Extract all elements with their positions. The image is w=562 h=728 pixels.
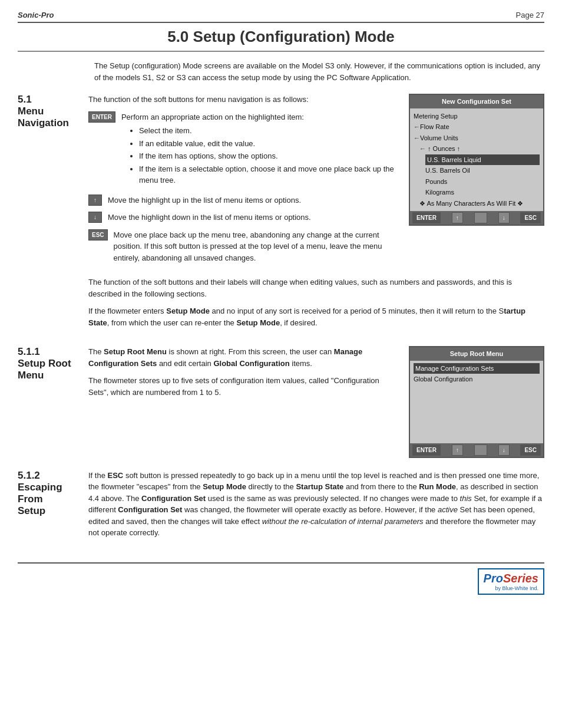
logo-series: Series: [503, 572, 538, 585]
intro-text: The Setup (configuration) Mode screens a…: [94, 60, 544, 83]
setup-section-body: The Setup Root Menu is shown at right. F…: [88, 346, 544, 458]
config-panel-title: New Configuration Set: [410, 95, 543, 108]
setup-root-para2: The flowmeter stores up to five sets of …: [88, 375, 397, 398]
intro-paragraph: The Setup (configuration) Mode screens a…: [94, 60, 544, 83]
device-panel-config: New Configuration Set Metering Setup ←Fl…: [409, 94, 544, 226]
main-title: 5.0 Setup (Configuration) Mode: [18, 28, 544, 52]
menu-item-pounds: Pounds: [425, 176, 540, 187]
setup-soft-btn-up[interactable]: ↑: [452, 444, 463, 456]
section-51-title: MenuNavigation: [18, 106, 82, 130]
soft-buttons-para: The function of the soft buttons and the…: [88, 276, 544, 299]
section-51: 5.1 MenuNavigation The function of the s…: [18, 94, 544, 334]
section-51-body: The function of the soft buttons for men…: [88, 94, 544, 334]
setup-root-bold1: Setup Root Menu: [104, 347, 167, 356]
menu-item-volunits: ←Volume Units: [414, 133, 540, 144]
setup-soft-btn-down[interactable]: ↓: [498, 444, 510, 456]
section-512-title: Escaping FromSetup: [18, 482, 82, 518]
soft-btn-esc[interactable]: ESC: [520, 212, 541, 223]
setup-soft-btn-enter[interactable]: ENTER: [412, 444, 441, 456]
page-wrapper: Sonic-Pro Page 27 5.0 Setup (Configurati…: [0, 0, 562, 612]
page-footer: ProSeries by Blue-White Ind.: [18, 562, 544, 595]
menu-item-manage-config: Manage Configuration Sets: [414, 363, 540, 374]
setup-soft-btn-empty: [474, 444, 487, 456]
section-511-label: 5.1.1 Setup RootMenu: [18, 346, 88, 458]
soft-btn-enter[interactable]: ENTER: [412, 212, 441, 223]
startup-state-bold: Startup State: [296, 482, 343, 491]
up-arrow-key: ↑: [88, 195, 102, 206]
section-512-body: If the ESC soft button is pressed repeat…: [88, 470, 544, 545]
logo-pro: Pro: [484, 572, 503, 585]
brand-name: Sonic-Pro: [18, 11, 54, 19]
soft-btn-up[interactable]: ↑: [452, 212, 463, 223]
setup-panel-title: Setup Root Menu: [410, 347, 543, 361]
page-number: Page 27: [516, 11, 544, 19]
page-header: Sonic-Pro Page 27: [18, 11, 544, 23]
nav-section-body: The function of the soft buttons for men…: [88, 94, 544, 269]
section-511: 5.1.1 Setup RootMenu The Setup Root Menu…: [18, 346, 544, 458]
menu-item-ounces: ← ↑ Ounces ↑: [419, 143, 540, 154]
esc-bold: ESC: [108, 471, 124, 480]
down-arrow-action: ↓ Move the highlight down in the list of…: [88, 212, 397, 223]
this-italic: this: [460, 494, 472, 503]
setup-mode-para: If the flowmeter enters Setup Mode and n…: [88, 305, 544, 328]
setup-panel-content: Manage Configuration Sets Global Configu…: [410, 361, 543, 443]
enter-key-action: ENTER Perform an appropriate action on t…: [88, 111, 397, 189]
without-italic: without the re-calculation of internal p…: [262, 517, 424, 526]
up-arrow-action: ↑ Move the highlight up in the list of m…: [88, 195, 397, 206]
config-panel: New Configuration Set Metering Setup ←Fl…: [409, 94, 544, 269]
section-511-title: Setup RootMenu: [18, 358, 82, 382]
logo-byline: by Blue-White Ind.: [495, 585, 538, 591]
section-51-label: 5.1 MenuNavigation: [18, 94, 88, 334]
esc-key-indicator: ESC: [88, 229, 108, 241]
menu-item-global-config: Global Configuration: [414, 374, 540, 385]
tartup-bold: tartup State: [88, 307, 525, 327]
bullet-3: If the item has options, show the option…: [139, 150, 397, 162]
config-set-bold: Configuration Set: [141, 494, 206, 503]
nav-intro: The function of the soft buttons for men…: [88, 94, 397, 106]
menu-item-usbarrelsoi: U.S. Barrels Oil: [425, 165, 540, 176]
setup-soft-btn-esc[interactable]: ESC: [520, 444, 541, 456]
section-512-num: 5.1.2: [18, 470, 82, 482]
setup-mode-bold2: Setup Mode: [236, 318, 280, 327]
run-mode-bold: Run Mode: [419, 482, 456, 491]
enter-desc: Perform an appropriate action on the hig…: [121, 113, 304, 121]
setup-text: The Setup Root Menu is shown at right. F…: [88, 346, 397, 458]
setup-panel-footer: ENTER ↑ ↓ ESC: [410, 443, 543, 457]
setup-mode-bold1: Setup Mode: [166, 307, 210, 315]
menu-item-manychar: ❖ As Many Characters As Will Fit ❖: [419, 198, 540, 209]
config-panel-footer: ENTER ↑ ↓ ESC: [410, 211, 543, 225]
section-511-body: The Setup Root Menu is shown at right. F…: [88, 346, 544, 458]
up-arrow-text: Move the highlight up in the list of men…: [108, 195, 397, 206]
menu-item-flowrate: ←Flow Rate: [414, 121, 540, 133]
esc-key-text: Move one place back up the menu tree, ab…: [114, 229, 397, 264]
enter-bullet-list: Select the item. If an editable value, e…: [139, 125, 397, 186]
config-panel-content: Metering Setup ←Flow Rate ←Volume Units …: [410, 108, 543, 212]
enter-key-indicator: ENTER: [88, 111, 115, 123]
section-512: 5.1.2 Escaping FromSetup If the ESC soft…: [18, 470, 544, 545]
down-arrow-text: Move the highlight down in the list of m…: [108, 212, 397, 223]
active-italic: active: [438, 505, 458, 514]
enter-key-text: Perform an appropriate action on the hig…: [121, 111, 397, 189]
proseries-logo-box: ProSeries by Blue-White Ind.: [478, 568, 544, 595]
setup-mode-bold3: Setup Mode: [203, 482, 246, 491]
setup-root-para1: The Setup Root Menu is shown at right. F…: [88, 346, 397, 369]
section-512-label: 5.1.2 Escaping FromSetup: [18, 470, 88, 545]
section-51-num: 5.1: [18, 94, 82, 106]
escaping-para: If the ESC soft button is pressed repeat…: [88, 470, 544, 539]
device-panel-setup: Setup Root Menu Manage Configuration Set…: [409, 346, 544, 458]
menu-item-kilograms: Kilograms: [425, 187, 540, 198]
config-set-bold2: Configuration Set: [118, 505, 182, 514]
menu-item-usbarrelsliq: U.S. Barrels Liquid: [425, 154, 540, 166]
soft-btn-down[interactable]: ↓: [498, 212, 510, 223]
section-511-num: 5.1.1: [18, 346, 82, 358]
soft-btn-empty: [474, 212, 487, 223]
logo-top: ProSeries: [484, 572, 538, 585]
esc-key-action: ESC Move one place back up the menu tree…: [88, 229, 397, 264]
down-arrow-key: ↓: [88, 212, 102, 223]
bullet-1: Select the item.: [139, 125, 397, 137]
bullet-4: If the item is a selectable option, choo…: [139, 163, 397, 186]
menu-item-metering: Metering Setup: [414, 111, 540, 122]
global-config-bold: Global Configuration: [213, 359, 289, 368]
bullet-2: If an editable value, edit the value.: [139, 138, 397, 150]
setup-root-panel: Setup Root Menu Manage Configuration Set…: [409, 346, 544, 458]
